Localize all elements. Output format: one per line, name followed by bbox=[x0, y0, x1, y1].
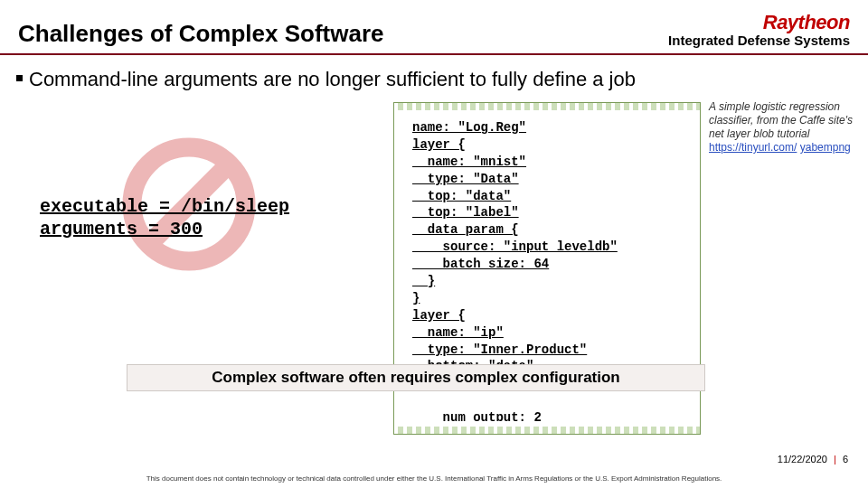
annotation-body: A simple logistic regression classifier,… bbox=[709, 100, 853, 140]
meta-separator: | bbox=[830, 454, 840, 465]
export-control-footer: This document does not contain technolog… bbox=[0, 474, 868, 483]
slide-content: executable = /bin/sleep arguments = 300 … bbox=[0, 91, 868, 417]
brand-name: Raytheon bbox=[668, 11, 850, 34]
annotation-link-1[interactable]: https://tinyurl.com/ bbox=[709, 141, 797, 154]
slide-number: 6 bbox=[843, 454, 848, 465]
slide-header: Challenges of Complex Software Raytheon … bbox=[0, 0, 868, 53]
page-meta: 11/22/2020 | 6 bbox=[778, 454, 848, 465]
brand-division: Integrated Defense Systems bbox=[668, 33, 850, 48]
simple-config-code: executable = /bin/sleep arguments = 300 bbox=[40, 195, 365, 240]
slide-date: 11/22/2020 bbox=[778, 454, 827, 465]
header-divider bbox=[0, 53, 868, 55]
paper-perforation-top bbox=[394, 103, 700, 110]
annotation-link-2[interactable]: yabempng bbox=[800, 141, 851, 154]
callout-box: Complex software often requires complex … bbox=[127, 364, 705, 391]
bullet-point: Command-line arguments are no longer suf… bbox=[0, 62, 868, 91]
annotation-text: A simple logistic regression classifier,… bbox=[709, 100, 854, 155]
brand-logo: Raytheon Integrated Defense Systems bbox=[668, 11, 850, 48]
left-code-panel: executable = /bin/sleep arguments = 300 bbox=[40, 145, 365, 191]
paper-perforation-bottom bbox=[394, 427, 700, 434]
